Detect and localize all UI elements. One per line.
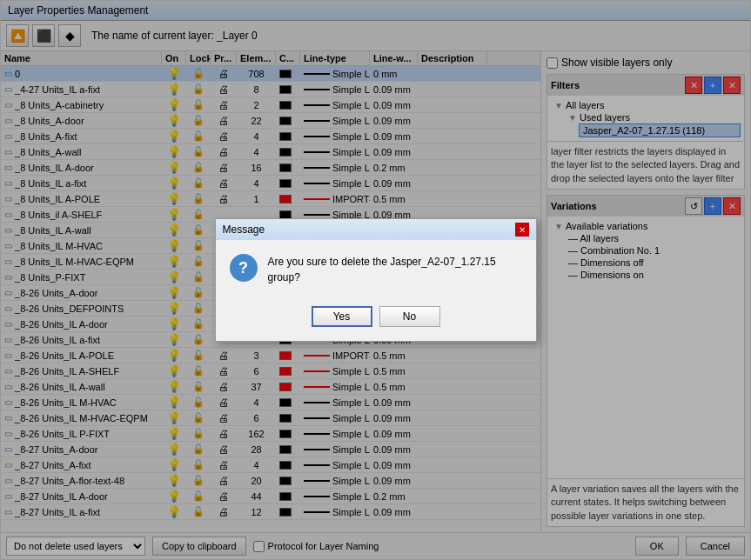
dialog-no-button[interactable]: No <box>379 306 440 327</box>
message-dialog: Message ✕ ? Are you sure to delete the J… <box>215 218 537 342</box>
dialog-yes-button[interactable]: Yes <box>312 306 372 327</box>
main-window: Layer Properties Management 🔼 ⬛ ◆ The na… <box>0 0 751 560</box>
dialog-message: Are you sure to delete the Jasper_A2-07_… <box>268 254 522 285</box>
dialog-info-icon: ? <box>230 254 258 282</box>
dialog-title-bar: Message ✕ <box>216 219 536 240</box>
dialog-title: Message <box>223 223 265 236</box>
dialog-close-button[interactable]: ✕ <box>515 223 529 237</box>
dialog-overlay: Message ✕ ? Are you sure to delete the J… <box>1 1 750 559</box>
dialog-body: ? Are you sure to delete the Jasper_A2-0… <box>216 240 536 299</box>
dialog-buttons: Yes No <box>216 299 536 341</box>
